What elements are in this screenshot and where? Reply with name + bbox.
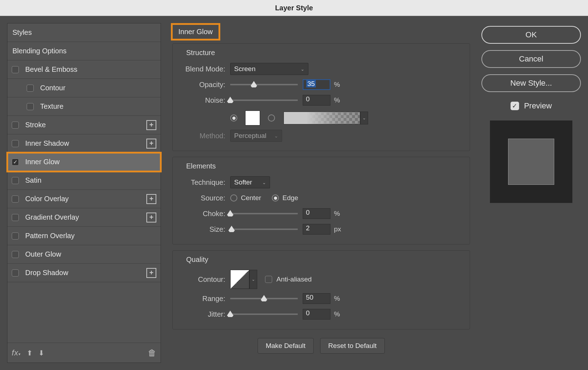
sidebar-item-label: Color Overlay <box>25 195 146 203</box>
anti-aliased-label: Anti-aliased <box>276 275 312 283</box>
slider-thumb[interactable] <box>251 81 257 87</box>
slider-thumb[interactable] <box>227 210 233 216</box>
sidebar-item-texture[interactable]: Texture <box>7 97 161 116</box>
elements-title: Elements <box>186 162 463 170</box>
cancel-button[interactable]: Cancel <box>481 50 581 68</box>
sidebar-item-gradient-overlay[interactable]: Gradient Overlay + <box>7 208 161 227</box>
styles-sidebar: Styles Blending Options Bevel & Emboss C… <box>7 23 161 363</box>
sidebar-item-label: Contour <box>40 84 156 92</box>
titlebar: Layer Style <box>0 0 588 16</box>
sidebar-item-label: Stroke <box>25 121 146 129</box>
noise-unit: % <box>334 96 340 104</box>
move-down-icon[interactable]: ⬇ <box>38 349 44 357</box>
opacity-input[interactable]: 35 <box>303 79 330 90</box>
source-edge-radio[interactable] <box>272 194 279 202</box>
chevron-down-icon: ⌄ <box>262 180 266 185</box>
opacity-slider[interactable] <box>230 84 298 85</box>
blend-mode-dropdown[interactable]: Screen ⌄ <box>230 63 308 75</box>
sidebar-item-color-overlay[interactable]: Color Overlay + <box>7 190 161 208</box>
sidebar-item-outer-glow[interactable]: Outer Glow <box>7 245 161 264</box>
technique-dropdown[interactable]: Softer ⌄ <box>230 176 270 188</box>
new-style-button[interactable]: New Style... <box>481 74 581 92</box>
checkbox-contour[interactable] <box>27 85 34 92</box>
structure-group: Structure Blend Mode: Screen ⌄ Opacity: … <box>172 43 470 151</box>
contour-label: Contour: <box>179 275 225 284</box>
reset-default-button[interactable]: Reset to Default <box>320 338 385 354</box>
anti-aliased-checkbox[interactable] <box>265 276 272 283</box>
checkbox-bevel[interactable] <box>12 66 19 73</box>
sidebar-styles-header[interactable]: Styles <box>7 23 161 42</box>
sidebar-item-contour[interactable]: Contour <box>7 79 161 97</box>
sidebar-item-label: Inner Shadow <box>25 139 146 148</box>
checkbox-color-overlay[interactable] <box>12 195 19 203</box>
checkbox-texture[interactable] <box>27 103 34 110</box>
glow-gradient-picker[interactable] <box>284 112 360 124</box>
size-slider[interactable] <box>230 229 298 230</box>
checkbox-satin[interactable] <box>12 177 19 184</box>
slider-thumb[interactable] <box>261 295 267 301</box>
sidebar-item-drop-shadow[interactable]: Drop Shadow + <box>7 264 161 282</box>
move-up-icon[interactable]: ⬆ <box>27 349 33 357</box>
sidebar-item-inner-shadow[interactable]: Inner Shadow + <box>7 134 161 153</box>
sidebar-footer: fx▾ ⬆ ⬇ 🗑 <box>7 343 161 363</box>
sidebar-item-bevel-emboss[interactable]: Bevel & Emboss <box>7 60 161 79</box>
sidebar-blending-options[interactable]: Blending Options <box>7 42 161 60</box>
checkbox-stroke[interactable] <box>12 122 19 129</box>
fx-menu-icon[interactable]: fx▾ <box>12 348 21 358</box>
sidebar-item-pattern-overlay[interactable]: Pattern Overlay <box>7 227 161 245</box>
checkbox-inner-shadow[interactable] <box>12 140 19 147</box>
preview-toggle-row: Preview <box>481 101 581 111</box>
chevron-down-icon: ⌄ <box>274 133 278 139</box>
add-inner-shadow-icon[interactable]: + <box>146 139 156 149</box>
ok-button[interactable]: OK <box>481 26 581 44</box>
source-center-radio[interactable] <box>230 194 237 202</box>
checkbox-drop-shadow[interactable] <box>12 269 19 277</box>
size-unit: px <box>334 225 341 233</box>
window-title: Layer Style <box>275 4 313 12</box>
trash-icon[interactable]: 🗑 <box>148 348 156 358</box>
add-drop-shadow-icon[interactable]: + <box>146 268 156 278</box>
sidebar-styles-label: Styles <box>12 28 156 37</box>
range-input[interactable]: 50 <box>303 293 330 304</box>
panel-heading: Inner Glow <box>171 23 220 41</box>
quality-group: Quality Contour: ⌄ Anti-aliased Range: 5… <box>172 250 470 329</box>
actions-column: OK Cancel New Style... Preview <box>481 23 581 363</box>
jitter-slider[interactable] <box>230 313 298 315</box>
gradient-source-radio[interactable] <box>268 114 275 122</box>
color-source-radio[interactable] <box>230 114 237 122</box>
technique-label: Technique: <box>179 178 225 187</box>
size-input[interactable]: 2 <box>303 224 330 235</box>
sidebar-item-satin[interactable]: Satin <box>7 171 161 190</box>
add-stroke-icon[interactable]: + <box>146 120 156 130</box>
add-color-overlay-icon[interactable]: + <box>146 194 156 204</box>
sidebar-item-label: Inner Glow <box>25 158 156 166</box>
sidebar-item-stroke[interactable]: Stroke + <box>7 116 161 134</box>
blend-mode-label: Blend Mode: <box>179 65 225 73</box>
make-default-button[interactable]: Make Default <box>258 338 314 354</box>
preview-inner <box>508 139 554 185</box>
checkbox-gradient-overlay[interactable] <box>12 214 19 221</box>
contour-dropdown-icon[interactable]: ⌄ <box>249 270 257 289</box>
checkbox-outer-glow[interactable] <box>12 251 19 258</box>
add-gradient-overlay-icon[interactable]: + <box>146 213 156 222</box>
noise-slider[interactable] <box>230 100 298 101</box>
checkbox-inner-glow[interactable] <box>12 159 19 166</box>
choke-input[interactable]: 0 <box>303 208 330 219</box>
slider-thumb[interactable] <box>228 226 235 232</box>
slider-thumb[interactable] <box>227 97 233 103</box>
glow-color-swatch[interactable] <box>245 111 260 125</box>
jitter-input[interactable]: 0 <box>303 309 330 320</box>
noise-input[interactable]: 0 <box>303 95 330 106</box>
preview-checkbox[interactable] <box>511 102 519 110</box>
slider-thumb[interactable] <box>227 311 233 317</box>
range-slider[interactable] <box>230 298 298 299</box>
gradient-dropdown-icon[interactable]: ⌄ <box>360 112 368 124</box>
source-edge-label: Edge <box>282 194 298 202</box>
source-center-label: Center <box>241 194 261 202</box>
sidebar-item-inner-glow[interactable]: Inner Glow <box>7 153 161 171</box>
checkbox-pattern-overlay[interactable] <box>12 232 19 240</box>
size-label: Size: <box>179 225 225 234</box>
elements-group: Elements Technique: Softer ⌄ Source: Cen… <box>172 157 470 245</box>
contour-picker[interactable] <box>230 270 249 289</box>
choke-slider[interactable] <box>230 213 298 214</box>
